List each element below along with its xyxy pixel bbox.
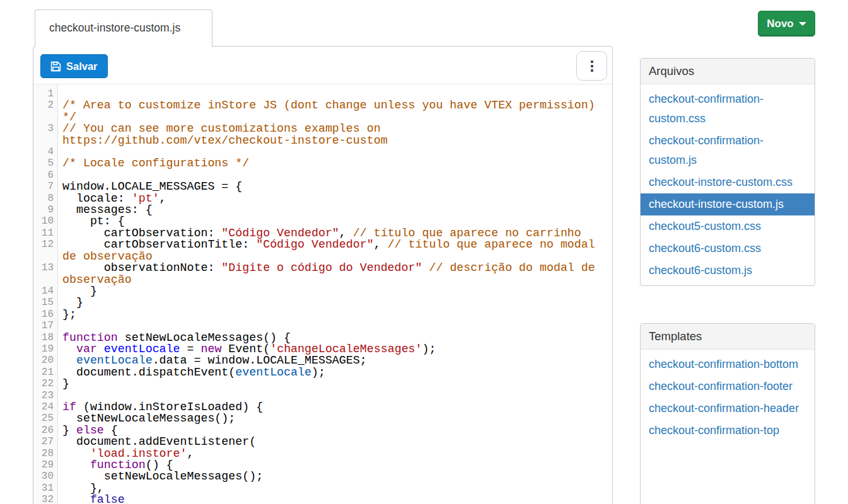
file-tab[interactable]: checkout-instore-custom.js bbox=[35, 9, 212, 47]
code-line: 8 locale: 'pt', bbox=[33, 193, 612, 204]
line-number: 1 bbox=[33, 88, 59, 100]
file-link-selected[interactable]: checkout-instore-custom.js bbox=[641, 193, 815, 215]
code-line: 19 var eventLocale = new Event('changeLo… bbox=[33, 343, 612, 355]
code-line: 22} bbox=[33, 378, 612, 389]
code-line: 17 bbox=[33, 320, 612, 331]
line-number: 10 bbox=[33, 215, 59, 227]
line-number: 26 bbox=[33, 425, 59, 436]
code-line: 32 false bbox=[33, 494, 612, 504]
line-number: 14 bbox=[33, 285, 59, 297]
code-line: 14 } bbox=[33, 285, 612, 297]
files-panel-title: Arquivos bbox=[641, 59, 815, 84]
kebab-vertical-icon bbox=[591, 60, 593, 72]
floppy-disk-icon bbox=[50, 61, 61, 72]
code-line: 9 messages: { bbox=[33, 204, 612, 215]
tab-label: checkout-instore-custom.js bbox=[35, 10, 212, 46]
line-number: 31 bbox=[33, 483, 59, 494]
code-editor[interactable]: 12/* Area to customize inStore JS (dont … bbox=[33, 84, 612, 504]
code-line: 7window.LOCALE_MESSAGES = { bbox=[33, 181, 612, 192]
line-number: 7 bbox=[33, 181, 59, 192]
code-line: 15 } bbox=[33, 297, 612, 308]
line-number: 16 bbox=[33, 309, 59, 320]
line-number: 25 bbox=[33, 413, 59, 424]
code-line: 1 bbox=[33, 88, 612, 100]
novo-button[interactable]: Novo bbox=[758, 11, 815, 37]
line-number: 9 bbox=[33, 204, 59, 215]
file-link[interactable]: checkout-instore-custom.css bbox=[641, 171, 815, 193]
line-number: 20 bbox=[33, 355, 59, 366]
code-line: 27 document.addEventListener( bbox=[33, 436, 612, 447]
file-link[interactable]: checkout-confirmation-header bbox=[641, 398, 815, 420]
save-button[interactable]: Salvar bbox=[40, 54, 108, 78]
line-number: 2 bbox=[33, 100, 59, 111]
file-link[interactable]: checkout6-custom.js bbox=[641, 260, 815, 282]
line-number: 18 bbox=[33, 332, 59, 343]
line-number: 27 bbox=[33, 436, 59, 447]
files-list: checkout-confirmation-custom.csscheckout… bbox=[641, 84, 815, 285]
code-line: 11 cartObservation: "Código Vendedor", /… bbox=[33, 227, 612, 239]
code-lines: 12/* Area to customize inStore JS (dont … bbox=[33, 88, 612, 504]
code-line: 18function setNewLocaleMessages() { bbox=[33, 332, 612, 343]
code-line: 21 document.dispatchEvent(eventLocale); bbox=[33, 367, 612, 378]
code-line: 29 function() { bbox=[33, 459, 612, 471]
line-number: 5 bbox=[33, 158, 59, 169]
line-number: 8 bbox=[33, 193, 59, 204]
editor-panel: Salvar 12/* Area to customize inStore JS… bbox=[33, 46, 613, 504]
line-number: 19 bbox=[33, 343, 59, 355]
code-line: 30 setNewLocaleMessages(); bbox=[33, 471, 612, 482]
code-line: 26} else { bbox=[33, 425, 612, 436]
code-line: 16}; bbox=[33, 309, 612, 320]
line-number: 28 bbox=[33, 448, 59, 459]
line-number: 30 bbox=[33, 471, 59, 482]
line-number: 21 bbox=[33, 367, 59, 378]
files-panel: Arquivos checkout-confirmation-custom.cs… bbox=[640, 58, 815, 286]
code-line: 28 'load.instore', bbox=[33, 448, 612, 459]
code-line: 12 cartObservationTitle: "Código Vendedo… bbox=[33, 239, 612, 262]
file-link[interactable]: checkout-confirmation-top bbox=[641, 420, 815, 442]
code-line: 25 setNewLocaleMessages(); bbox=[33, 413, 612, 424]
code-line: 5/* Locale configurations */ bbox=[33, 158, 612, 169]
line-number: 6 bbox=[33, 169, 59, 181]
line-number: 12 bbox=[33, 239, 59, 250]
code-line: 13 observationNote: "Digite o código do … bbox=[33, 262, 612, 285]
novo-button-label: Novo bbox=[767, 18, 794, 30]
line-number: 29 bbox=[33, 459, 59, 471]
line-number: 22 bbox=[33, 378, 59, 389]
caret-down-icon bbox=[799, 22, 806, 26]
templates-panel: Templates checkout-confirmation-bottomch… bbox=[640, 323, 815, 504]
code-line: 2/* Area to customize inStore JS (dont c… bbox=[33, 100, 612, 123]
code-line: 4 bbox=[33, 146, 612, 158]
editor-toolbar: Salvar bbox=[33, 47, 612, 84]
code-line: 6 bbox=[33, 169, 612, 181]
templates-panel-title: Templates bbox=[641, 324, 815, 350]
code-line: 24if (window.inStoreIsLoaded) { bbox=[33, 401, 612, 413]
line-number: 32 bbox=[33, 494, 59, 504]
file-link[interactable]: checkout5-custom.css bbox=[641, 215, 815, 238]
line-number: 4 bbox=[33, 146, 59, 158]
file-link[interactable]: checkout-confirmation-custom.css bbox=[641, 88, 815, 130]
line-number: 13 bbox=[33, 262, 59, 273]
file-link[interactable]: checkout-confirmation-footer bbox=[641, 375, 815, 398]
code-line: 3// You can see more customizations exam… bbox=[33, 123, 612, 146]
line-number: 15 bbox=[33, 297, 59, 308]
file-link[interactable]: checkout-confirmation-custom.js bbox=[641, 130, 815, 171]
file-link[interactable]: checkout-confirmation-bottom bbox=[641, 353, 815, 375]
save-button-label: Salvar bbox=[66, 60, 98, 72]
kebab-menu-button[interactable] bbox=[576, 51, 607, 81]
code-line: 10 pt: { bbox=[33, 215, 612, 227]
line-number: 17 bbox=[33, 320, 59, 331]
file-link[interactable]: checkout6-custom.css bbox=[641, 238, 815, 260]
line-number: 3 bbox=[33, 123, 59, 134]
code-line: 20 eventLocale.data = window.LOCALE_MESS… bbox=[33, 355, 612, 366]
line-number: 11 bbox=[33, 227, 59, 239]
code-line: 31 }, bbox=[33, 483, 612, 494]
line-number: 23 bbox=[33, 390, 59, 401]
code-line: 23 bbox=[33, 390, 612, 401]
line-number: 24 bbox=[33, 401, 59, 413]
templates-list: checkout-confirmation-bottomcheckout-con… bbox=[641, 350, 815, 445]
